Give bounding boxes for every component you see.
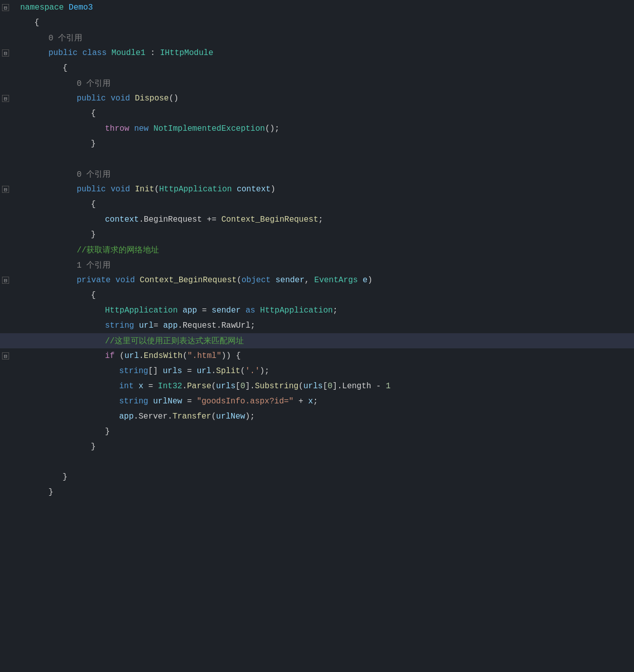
code-content: { — [89, 109, 634, 118]
gutter: ⊟ — [0, 186, 18, 193]
code-content: string url = app . Request . RawUrl ; — [103, 321, 634, 330]
code-content: } — [89, 139, 634, 148]
keyword-namespace: namespace — [20, 3, 64, 12]
code-content: app . Server . Transfer ( urlNew ); — [117, 412, 634, 421]
code-content: { — [32, 18, 634, 27]
ref-count: 0 个引用 — [77, 78, 111, 89]
ref-count: 1 个引用 — [77, 260, 111, 271]
code-line: ⊟ public void Dispose () — [0, 91, 634, 106]
keyword-class: class — [82, 48, 107, 58]
comment: //这里可以使用正则表达式来匹配网址 — [105, 336, 244, 346]
gutter: ⊟ — [0, 49, 18, 57]
code-line: ⊟ namespace Demo3 — [0, 0, 634, 15]
code-content: { — [61, 64, 634, 73]
code-line: ⊟ if ( url . EndsWith ( " .html " )) { — [0, 348, 634, 364]
code-content: { — [89, 200, 634, 209]
code-line: ⊟ private void Context_BeginRequest ( ob… — [0, 273, 634, 288]
code-content: //这里可以使用正则表达式来匹配网址 — [103, 336, 634, 346]
code-content: string [] urls = url . Split ( '.' ); — [117, 367, 634, 376]
code-line: } — [0, 424, 634, 439]
code-content — [75, 154, 634, 164]
collapse-icon[interactable]: ⊟ — [2, 95, 9, 102]
code-content: } — [103, 427, 634, 436]
code-line: //这里可以使用正则表达式来匹配网址 — [0, 333, 634, 348]
code-line — [0, 151, 634, 167]
code-content: 0 个引用 — [46, 33, 634, 43]
code-line: 0 个引用 — [0, 76, 634, 91]
code-line: { — [0, 15, 634, 30]
code-line: app . Server . Transfer ( urlNew ); — [0, 409, 634, 424]
code-line: string [] urls = url . Split ( '.' ); — [0, 364, 634, 379]
collapse-icon[interactable]: ⊟ — [2, 4, 9, 11]
code-content: 0 个引用 — [75, 169, 634, 180]
keyword-public: public — [48, 48, 78, 58]
code-content: //获取请求的网络地址 — [75, 245, 634, 255]
code-editor: ⊟ namespace Demo3 { 0 个引用 ⊟ — [0, 0, 634, 672]
code-content: int x = Int32 . Parse ( urls [ 0 ]. Subs… — [117, 382, 634, 391]
code-content: { — [89, 291, 634, 300]
code-line: ⊟ public void Init ( HttpApplication con… — [0, 182, 634, 197]
code-line: 0 个引用 — [0, 167, 634, 182]
ref-count: 0 个引用 — [48, 33, 82, 43]
comment: //获取请求的网络地址 — [77, 245, 159, 255]
code-line: { — [0, 61, 634, 76]
code-line: { — [0, 197, 634, 212]
code-content: if ( url . EndsWith ( " .html " )) { — [103, 351, 634, 360]
interface-name: IHttpModule — [160, 48, 214, 58]
code-content: namespace Demo3 — [18, 3, 634, 12]
code-line: throw new NotImplementedException (); — [0, 121, 634, 136]
class-name: Moudle1 — [112, 48, 145, 58]
code-line: } — [0, 470, 634, 485]
code-content: public class Moudle1 : IHttpModule — [46, 48, 634, 58]
code-line: { — [0, 106, 634, 121]
code-line: context . BeginRequest += Context_BeginR… — [0, 212, 634, 227]
code-content: string urlNew = "goodsInfo.aspx?id=" + x… — [117, 397, 634, 406]
code-line: 1 个引用 — [0, 257, 634, 273]
collapse-icon[interactable]: ⊟ — [2, 186, 9, 193]
code-line: HttpApplication app = sender as HttpAppl… — [0, 303, 634, 318]
code-content: 0 个引用 — [75, 78, 634, 89]
code-content: } — [89, 230, 634, 239]
code-content: } — [61, 473, 634, 482]
code-line: { — [0, 288, 634, 303]
code-line: } — [0, 227, 634, 242]
collapse-icon[interactable]: ⊟ — [2, 49, 9, 57]
gutter: ⊟ — [0, 4, 18, 11]
code-content: } — [46, 488, 634, 497]
code-content: public void Dispose () — [75, 94, 634, 103]
code-content: private void Context_BeginRequest ( obje… — [75, 276, 634, 285]
code-content: } — [89, 442, 634, 451]
code-content: context . BeginRequest += Context_BeginR… — [103, 215, 634, 224]
code-line: string urlNew = "goodsInfo.aspx?id=" + x… — [0, 394, 634, 409]
code-line: } — [0, 485, 634, 500]
code-line: ⊟ public class Moudle1 : IHttpModule — [0, 45, 634, 61]
code-content: HttpApplication app = sender as HttpAppl… — [103, 306, 634, 315]
open-brace: { — [34, 18, 39, 27]
gutter: ⊟ — [0, 95, 18, 102]
code-line: //获取请求的网络地址 — [0, 242, 634, 257]
collapse-icon[interactable]: ⊟ — [2, 277, 9, 284]
code-content: throw new NotImplementedException (); — [103, 124, 634, 133]
code-line: } — [0, 439, 634, 454]
gutter: ⊟ — [0, 277, 18, 284]
code-line: int x = Int32 . Parse ( urls [ 0 ]. Subs… — [0, 379, 634, 394]
code-line: } — [0, 136, 634, 151]
code-line: 0 个引用 — [0, 30, 634, 45]
code-line — [0, 454, 634, 470]
code-content: 1 个引用 — [75, 260, 634, 271]
collapse-icon[interactable]: ⊟ — [2, 352, 9, 359]
gutter: ⊟ — [0, 352, 18, 359]
code-content — [75, 457, 634, 467]
code-line: string url = app . Request . RawUrl ; — [0, 318, 634, 333]
code-content: public void Init ( HttpApplication conte… — [75, 185, 634, 194]
ref-count: 0 个引用 — [77, 169, 111, 180]
namespace-name: Demo3 — [69, 3, 93, 12]
